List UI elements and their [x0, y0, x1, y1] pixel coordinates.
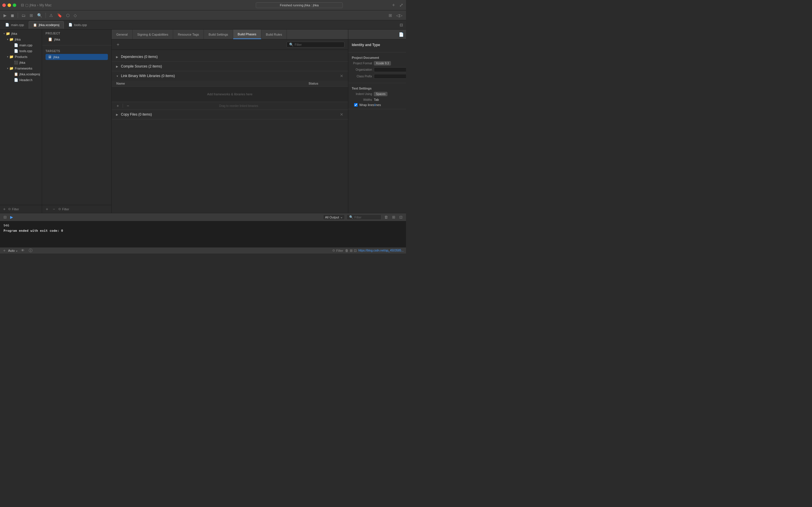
phase-compile-header[interactable]: ▶ Compile Sources (2 items) ✕: [112, 62, 348, 71]
project-section: PROJECT 📋 jhka: [42, 30, 111, 44]
add-file-btn[interactable]: ＋: [2, 207, 6, 212]
breadcrumb-square-icon: ▢: [25, 3, 29, 7]
filter-wrapper[interactable]: 🔍: [287, 42, 345, 48]
tab-resource-tags[interactable]: Resource Tags: [173, 30, 204, 39]
enter-fullscreen-icon[interactable]: ⤢: [399, 2, 404, 8]
tree-item-jhka[interactable]: ▾ 📁 jhka: [0, 37, 42, 42]
minimize-button[interactable]: [7, 3, 11, 7]
eye-btn[interactable]: 👁: [20, 248, 26, 253]
selector-filter[interactable]: ⊙ Filter: [58, 207, 109, 211]
content-area: General Signing & Capabilities Resource …: [112, 30, 348, 213]
auto-selector[interactable]: Auto ⌄: [8, 248, 18, 252]
tree-label-jhka: jhka: [15, 38, 20, 41]
tab-label2: tools.cpp: [74, 23, 87, 26]
filter-input[interactable]: [295, 43, 342, 46]
titlebar-center: ▢ jhka › My Mac: [25, 3, 208, 7]
add-library-btn[interactable]: +: [115, 103, 120, 108]
tree-item-products[interactable]: ▾ 📁 Products: [0, 54, 42, 60]
add-target-btn[interactable]: ＋: [44, 207, 50, 212]
status-right: ⊙ Filter 🗑 ⊞ ⊡ https://blog.csdn.net/qq_…: [332, 248, 404, 252]
org-input[interactable]: [374, 67, 406, 72]
tag-icon[interactable]: ⬡: [65, 12, 71, 18]
nav-arrows[interactable]: ◁▷: [395, 12, 404, 18]
output-selector[interactable]: All Output ⌄: [323, 214, 345, 220]
project-selector-jhka[interactable]: 📋 jhka: [46, 36, 108, 42]
inspector-toggle-btn[interactable]: 📄: [399, 32, 404, 37]
tab-jhka-xcodeproj[interactable]: 📋 jhka.xcodeproj: [29, 21, 64, 29]
frameworks-folder-icon: 📁: [9, 66, 14, 70]
console-toggle[interactable]: ⊟: [2, 214, 8, 220]
status-add-btn[interactable]: ＋: [2, 248, 6, 253]
inspector-title: Identity and Type: [352, 43, 403, 47]
tab-build-settings[interactable]: Build Settings: [204, 30, 233, 39]
phase-deps-title: Dependencies (0 items): [121, 55, 345, 59]
tab-general[interactable]: General: [112, 30, 133, 39]
format-badge[interactable]: Xcode 9.3: [374, 61, 391, 65]
bottom-filter[interactable]: 🔍 Filter: [347, 214, 382, 220]
wrap-text2: nes: [376, 103, 381, 107]
warn-icon[interactable]: ⚠: [48, 12, 54, 18]
expand-console-btn[interactable]: ⊡: [398, 214, 404, 220]
tree-item-jhka-product[interactable]: ▸ ⬛ jhka: [0, 60, 42, 65]
project-selector: PROJECT 📋 jhka TARGETS 🖥 jhka ＋ － ⊙: [42, 30, 112, 213]
format-label: Project Format: [352, 62, 372, 65]
tab-build-phases[interactable]: Build Phases: [233, 30, 261, 39]
project-document-section: Project Document Project Format Xcode 9.…: [348, 52, 406, 83]
split-icon[interactable]: ⊞: [350, 248, 353, 252]
wrap-checkbox[interactable]: [354, 103, 358, 107]
info-btn[interactable]: ⓘ: [28, 247, 34, 254]
phase-copy-close[interactable]: ✕: [339, 112, 345, 117]
tab-build-rules-label: Build Rules: [266, 33, 282, 36]
target-selector-jhka[interactable]: 🖥 jhka: [46, 54, 108, 60]
console-text-2: Program ended with exit code: 0: [3, 229, 63, 233]
delete-icon[interactable]: 🗑: [345, 248, 349, 252]
auto-label: Auto: [8, 249, 15, 252]
status-filter[interactable]: ⊙ Filter: [332, 248, 343, 252]
phase-copy-header[interactable]: ▶ Copy Files (0 items) ✕: [112, 110, 348, 119]
output-toggle[interactable]: ▶: [9, 214, 14, 220]
inspector-identity-section: Identity and Type: [348, 40, 406, 52]
add-phase-btn[interactable]: +: [115, 42, 121, 48]
stop-button[interactable]: ◼: [10, 12, 15, 18]
tree-item-root[interactable]: ▾ 📁 jhka: [0, 31, 42, 37]
label-icon[interactable]: ◇: [72, 12, 78, 18]
nav-filter[interactable]: ⊙ Filter: [8, 207, 40, 211]
maximize-button[interactable]: [13, 3, 16, 7]
show-navigator-icon[interactable]: 🗂: [20, 12, 27, 18]
breadcrumb-project[interactable]: jhka: [30, 3, 36, 7]
indent-label: Indent Using: [352, 93, 372, 96]
tree-item-frameworks[interactable]: ▾ 📁 Frameworks: [0, 65, 42, 71]
tree-item-tools-cpp[interactable]: ▸ 📄 tools.cpp: [0, 48, 42, 54]
tab-signing[interactable]: Signing & Capabilities: [133, 30, 173, 39]
phase-link-close[interactable]: ✕: [339, 73, 345, 79]
clear-console-btn[interactable]: 🗑: [383, 214, 389, 220]
phase-dependencies-header[interactable]: ▶ Dependencies (0 items): [112, 52, 348, 61]
remove-target-btn[interactable]: －: [51, 207, 57, 212]
scheme-selector[interactable]: ⊞: [388, 12, 393, 18]
tree-item-xcodeproj[interactable]: ▸ 📋 jhka.xcodeproj: [0, 71, 42, 77]
phase-link-header[interactable]: ▾ Link Binary With Libraries (0 items) ✕: [112, 71, 348, 80]
sidebar-toggle-icon[interactable]: ⊟: [20, 2, 25, 8]
inspector-toggle-icon[interactable]: ⊟: [398, 22, 405, 28]
add-frameworks-placeholder: Add frameworks & libraries here: [112, 87, 348, 102]
filter-icon[interactable]: ⊞: [29, 12, 34, 18]
play-button[interactable]: ▶: [2, 12, 8, 18]
bookmark-icon[interactable]: 🔖: [56, 12, 63, 18]
indent-badge[interactable]: Spaces: [374, 92, 388, 96]
bottom-toolbar-right: All Output ⌄ 🔍 Filter 🗑 ⊞ ⊡: [323, 214, 404, 220]
search-icon[interactable]: 🔍: [36, 12, 43, 18]
add-tab-icon[interactable]: ＋: [391, 1, 396, 9]
close-button[interactable]: [2, 3, 6, 7]
remove-library-btn[interactable]: −: [125, 103, 131, 108]
console-line-2: Program ended with exit code: 0: [3, 228, 403, 233]
expand-icon[interactable]: ⊡: [354, 248, 357, 252]
tab-main-cpp[interactable]: 📄 main.cpp: [1, 21, 28, 29]
tree-item-header[interactable]: ▸ 📄 Header.h: [0, 77, 42, 83]
prefix-input[interactable]: [374, 74, 406, 79]
navigator-bottom: ＋ ⊙ Filter: [0, 205, 42, 213]
split-view-btn[interactable]: ⊞: [391, 214, 396, 220]
table-header: Name Status: [112, 80, 348, 87]
tree-item-main-cpp[interactable]: ▸ 📄 main.cpp: [0, 42, 42, 48]
tab-tools-cpp[interactable]: 📄 tools.cpp: [64, 21, 91, 29]
tab-build-rules[interactable]: Build Rules: [261, 30, 287, 39]
